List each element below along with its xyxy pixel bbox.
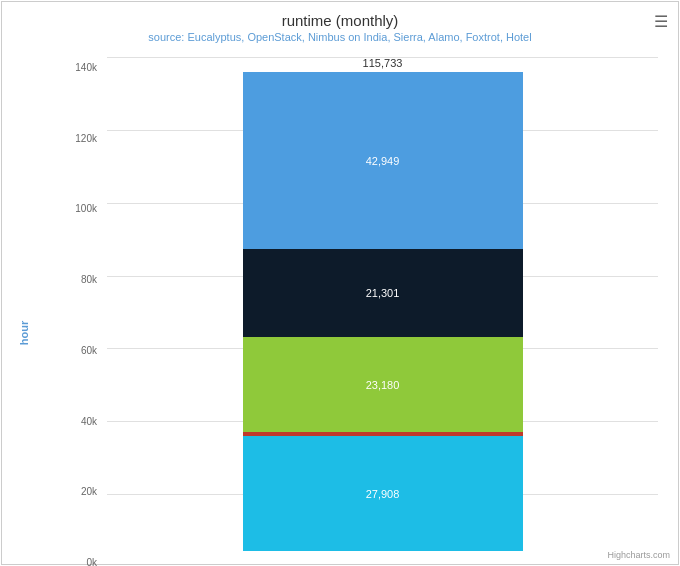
y-tick: 140k <box>62 62 102 73</box>
stacked-bar: 27,90839523,18021,30142,949 <box>243 72 523 551</box>
chart-title: runtime (monthly) <box>42 12 638 29</box>
chart-subtitle: source: Eucalyptus, OpenStack, Nimbus on… <box>42 31 638 43</box>
y-axis-label: hour <box>18 320 30 344</box>
y-tick: 20k <box>62 486 102 497</box>
chart-body: hour 0k20k40k60k80k100k120k140k 115,733 … <box>2 47 678 566</box>
y-tick: 120k <box>62 133 102 144</box>
chart-header: runtime (monthly) source: Eucalyptus, Op… <box>2 2 678 47</box>
bars-area: 115,733 27,90839523,18021,30142,949 <box>107 57 658 566</box>
bar-segment-foxtrot: 395 <box>243 432 523 436</box>
y-tick: 40k <box>62 416 102 427</box>
y-tick: 80k <box>62 274 102 285</box>
chart-container: runtime (monthly) source: Eucalyptus, Op… <box>1 1 679 565</box>
bar-segment-india: 42,949 <box>243 72 523 249</box>
menu-icon[interactable]: ☰ <box>654 12 668 31</box>
bar-total-label: 115,733 <box>363 57 403 69</box>
y-axis: 0k20k40k60k80k100k120k140k <box>62 57 102 566</box>
bar-segment-hotel: 21,301 <box>243 249 523 337</box>
highcharts-credit: Highcharts.com <box>607 550 670 560</box>
plot-area: 115,733 27,90839523,18021,30142,949 Oct … <box>107 57 658 566</box>
y-tick: 100k <box>62 203 102 214</box>
y-tick: 0k <box>62 557 102 566</box>
bar-segment-sierra: 27,908 <box>243 436 523 551</box>
bar-segment-alamo: 23,180 <box>243 337 523 432</box>
bar-group: 115,733 27,90839523,18021,30142,949 <box>243 57 523 551</box>
y-tick: 60k <box>62 345 102 356</box>
